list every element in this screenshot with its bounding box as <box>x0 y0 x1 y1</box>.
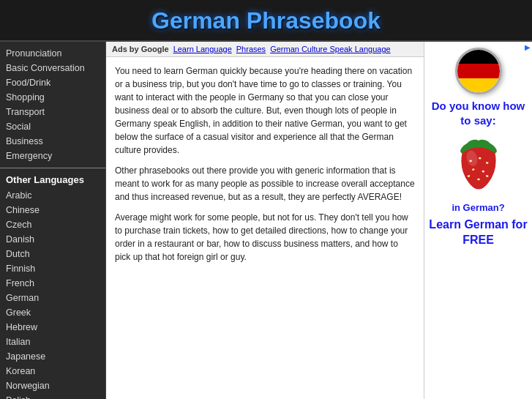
sidebar-lang-hebrew[interactable]: Hebrew <box>0 320 105 335</box>
sidebar-language-list: ArabicChineseCzechDanishDutchFinnishFren… <box>0 188 105 399</box>
ads-bar: Ads by Google Learn Language Phrases Ger… <box>106 42 424 57</box>
sidebar-lang-german[interactable]: German <box>0 291 105 305</box>
sidebar-lang-polish[interactable]: Polish <box>0 393 105 399</box>
sidebar-lang-norwegian[interactable]: Norwegian <box>0 379 105 393</box>
sidebar-item-pronunciation[interactable]: Pronunciation <box>0 46 105 61</box>
sidebar-item-transport[interactable]: Transport <box>0 105 105 119</box>
svg-point-11 <box>477 179 480 181</box>
sidebar-lang-korean[interactable]: Korean <box>0 364 105 379</box>
sidebar-main-nav: PronunciationBasic ConversationFood/Drin… <box>0 46 105 163</box>
sidebar-lang-greek[interactable]: Greek <box>0 305 105 320</box>
content-paragraph: Other phrasebooks out there provide you … <box>115 164 415 204</box>
sidebar-lang-french[interactable]: French <box>0 276 105 291</box>
sidebar-lang-danish[interactable]: Danish <box>0 232 105 247</box>
sidebar-item-social[interactable]: Social <box>0 119 105 134</box>
page-title: German Phrasebook <box>0 7 532 34</box>
sidebar-lang-italian[interactable]: Italian <box>0 335 105 349</box>
page-header: German Phrasebook <box>0 0 532 42</box>
sidebar-lang-arabic[interactable]: Arabic <box>0 188 105 203</box>
content-paragraph: Average might work for some people, but … <box>115 211 415 264</box>
sidebar-lang-dutch[interactable]: Dutch <box>0 247 105 261</box>
sidebar-item-food-drink[interactable]: Food/Drink <box>0 75 105 90</box>
ads-link-1[interactable]: Learn Language <box>173 45 232 53</box>
ad-learn-text: Learn German for FREE <box>427 217 529 248</box>
sidebar-item-shopping[interactable]: Shopping <box>0 90 105 105</box>
ads-label: Ads by Google <box>112 45 169 53</box>
strawberry-image <box>446 133 512 199</box>
content-paragraph: You need to learn German quickly because… <box>115 64 415 157</box>
right-advertisement: ▶ Do you know how to say: <box>424 42 532 399</box>
main-layout: PronunciationBasic ConversationFood/Drin… <box>0 42 532 399</box>
sidebar-lang-japanese[interactable]: Japanese <box>0 349 105 364</box>
sidebar-item-basic-conversation[interactable]: Basic Conversation <box>0 61 105 75</box>
flag-gold-stripe <box>457 78 500 92</box>
german-flag <box>455 48 502 94</box>
sidebar-lang-finnish[interactable]: Finnish <box>0 261 105 276</box>
flag-red-stripe <box>457 64 500 78</box>
sidebar: PronunciationBasic ConversationFood/Drin… <box>0 42 106 399</box>
other-languages-title: Other Languages <box>0 168 105 188</box>
main-content: Ads by Google Learn Language Phrases Ger… <box>106 42 424 399</box>
content-paragraphs: You need to learn German quickly because… <box>115 64 415 264</box>
flag-black-stripe <box>457 50 500 64</box>
content-area: You need to learn German quickly because… <box>106 57 424 278</box>
sidebar-item-emergency[interactable]: Emergency <box>0 149 105 163</box>
ads-link-3[interactable]: German Culture Speak Language <box>270 45 391 53</box>
ads-link-2[interactable]: Phrases <box>236 45 266 53</box>
ad-question-text: Do you know how to say: <box>427 99 529 127</box>
sidebar-lang-czech[interactable]: Czech <box>0 217 105 232</box>
ad-in-german-text: in German? <box>452 202 504 215</box>
ad-arrow-icon[interactable]: ▶ <box>525 43 531 51</box>
sidebar-item-business[interactable]: Business <box>0 134 105 149</box>
sidebar-lang-chinese[interactable]: Chinese <box>0 203 105 217</box>
